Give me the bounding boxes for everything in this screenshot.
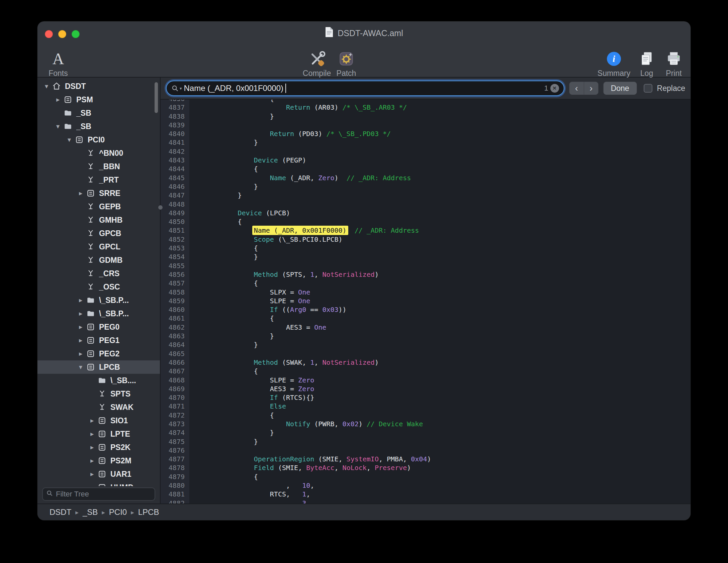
code-line[interactable]: 4878 Field (SMIE, ByteAcc, NoLock, Prese… bbox=[161, 463, 691, 472]
disclosure-triangle-icon[interactable]: ▸ bbox=[87, 417, 97, 424]
tree-item-gpcb[interactable]: GPCB bbox=[37, 227, 160, 240]
tree-item-ps2k[interactable]: ▸PS2K bbox=[37, 441, 160, 454]
tree-item-srre[interactable]: ▸SRRE bbox=[37, 187, 160, 200]
code-line[interactable]: 4846 } bbox=[161, 182, 691, 191]
code-line[interactable]: 4858 SLPX = One bbox=[161, 288, 691, 297]
filter-tree-input[interactable]: Filter Tree bbox=[42, 487, 155, 501]
tree-item-peg2[interactable]: ▸PEG2 bbox=[37, 347, 160, 360]
disclosure-triangle-icon[interactable]: ▸ bbox=[87, 484, 97, 486]
tree-item-sb[interactable]: ▾_SB bbox=[37, 120, 160, 133]
code-line[interactable]: 4836 { bbox=[161, 100, 691, 103]
code-line[interactable]: 4850 { bbox=[161, 217, 691, 226]
tree-item-peg1[interactable]: ▸PEG1 bbox=[37, 334, 160, 347]
tree-item-osc[interactable]: _OSC bbox=[37, 280, 160, 294]
disclosure-triangle-icon[interactable]: ▾ bbox=[64, 136, 74, 143]
tree-item-sio1[interactable]: ▸SIO1 bbox=[37, 414, 160, 427]
code-line[interactable]: 4840 Return (PD03) /* \_SB_.PD03 */ bbox=[161, 129, 691, 138]
tree-item-ps2m[interactable]: ▸PS2M bbox=[37, 454, 160, 467]
code-line[interactable]: 4848 bbox=[161, 200, 691, 209]
disclosure-triangle-icon[interactable]: ▸ bbox=[87, 430, 97, 438]
code-line[interactable]: 4853 { bbox=[161, 244, 691, 252]
code-line[interactable]: 4841 } bbox=[161, 138, 691, 147]
disclosure-triangle-icon[interactable]: ▾ bbox=[53, 123, 63, 130]
code-line[interactable]: 4855 bbox=[161, 261, 691, 270]
tree-item-crs[interactable]: _CRS bbox=[37, 267, 160, 280]
code-line[interactable]: 4839 bbox=[161, 121, 691, 129]
disclosure-triangle-icon[interactable]: ▸ bbox=[76, 310, 86, 317]
code-line[interactable]: 4880 , 10, bbox=[161, 481, 691, 490]
tree-item-lpte[interactable]: ▸LPTE bbox=[37, 427, 160, 441]
tree-item-bbn[interactable]: _BBN bbox=[37, 160, 160, 173]
disclosure-triangle-icon[interactable]: ▸ bbox=[53, 96, 63, 103]
splitter-handle[interactable] bbox=[158, 205, 163, 210]
find-next-button[interactable]: › bbox=[584, 82, 599, 95]
code-line[interactable]: 4854 } bbox=[161, 252, 691, 261]
code-line[interactable]: 4845 Name (_ADR, Zero) // _ADR: Address bbox=[161, 174, 691, 182]
disclosure-triangle-icon[interactable]: ▾ bbox=[41, 83, 52, 90]
code-line[interactable]: 4842 bbox=[161, 147, 691, 156]
fonts-button[interactable]: A Fonts bbox=[38, 49, 78, 78]
code-line[interactable]: 4860 If ((Arg0 == 0x03)) bbox=[161, 305, 691, 314]
breadcrumb-item[interactable]: LPCB bbox=[138, 508, 159, 517]
code-line[interactable]: 4857 { bbox=[161, 279, 691, 288]
code-line[interactable]: 4879 { bbox=[161, 472, 691, 481]
disclosure-triangle-icon[interactable]: ▸ bbox=[87, 444, 97, 451]
code-line[interactable]: 4847 } bbox=[161, 191, 691, 200]
code-line[interactable]: 4876 bbox=[161, 446, 691, 455]
breadcrumb-item[interactable]: DSDT bbox=[50, 508, 71, 517]
done-button[interactable]: Done bbox=[603, 82, 637, 95]
disclosure-triangle-icon[interactable]: ▸ bbox=[87, 457, 97, 464]
disclosure-triangle-icon[interactable]: ▸ bbox=[76, 190, 86, 197]
code-line[interactable]: 4874 } bbox=[161, 428, 691, 437]
code-line[interactable]: 4881 RTCS, 1, bbox=[161, 490, 691, 498]
code-line[interactable]: 4868 SLPE = Zero bbox=[161, 376, 691, 384]
code-line[interactable]: 4869 AES3 = Zero bbox=[161, 384, 691, 393]
tree-item-psm[interactable]: ▸PSM bbox=[37, 93, 160, 106]
tree-item-gmhb[interactable]: GMHB bbox=[37, 213, 160, 227]
code-line[interactable]: 4856 Method (SPTS, 1, NotSerialized) bbox=[161, 270, 691, 279]
tree-item-humd[interactable]: ▸HUMD bbox=[37, 481, 160, 486]
tree-item-sb[interactable]: \_SB.... bbox=[37, 374, 160, 387]
tree-item-gpcl[interactable]: GPCL bbox=[37, 240, 160, 253]
code-line[interactable]: 4863 } bbox=[161, 332, 691, 340]
disclosure-triangle-icon[interactable]: ▸ bbox=[76, 337, 86, 344]
tree-item-pci0[interactable]: ▾PCI0 bbox=[37, 133, 160, 146]
print-button[interactable]: Print bbox=[657, 49, 691, 78]
code-line[interactable]: 4859 SLPE = One bbox=[161, 297, 691, 305]
tree-item-peg0[interactable]: ▸PEG0 bbox=[37, 320, 160, 334]
summary-button[interactable]: i Summary bbox=[592, 49, 636, 78]
tree-item-bn00[interactable]: ^BN00 bbox=[37, 146, 160, 160]
code-line[interactable]: 4866 Method (SWAK, 1, NotSerialized) bbox=[161, 358, 691, 367]
tree-item-sbp[interactable]: ▸\_SB.P... bbox=[37, 294, 160, 307]
code-line[interactable]: 4877 OperationRegion (SMIE, SystemIO, PM… bbox=[161, 455, 691, 463]
breadcrumb-item[interactable]: PCI0 bbox=[109, 508, 127, 517]
code-line[interactable]: 4870 If (RTCS){} bbox=[161, 393, 691, 402]
tree-item-swak[interactable]: SWAK bbox=[37, 401, 160, 414]
disclosure-triangle-icon[interactable]: ▸ bbox=[76, 297, 86, 304]
code-line[interactable]: 4852 Scope (\_SB.PCI0.LPCB) bbox=[161, 235, 691, 244]
code-line[interactable]: 4864 } bbox=[161, 340, 691, 349]
code-line[interactable]: 4861 { bbox=[161, 314, 691, 323]
log-button[interactable]: Log bbox=[633, 49, 660, 78]
patch-button[interactable]: Patch bbox=[329, 49, 364, 78]
code-line[interactable]: 4862 AES3 = One bbox=[161, 323, 691, 332]
code-line[interactable]: 4843 Device (PEGP) bbox=[161, 156, 691, 164]
disclosure-triangle-icon[interactable]: ▸ bbox=[76, 323, 86, 331]
code-line[interactable]: 4849 Device (LPCB) bbox=[161, 209, 691, 217]
tree-item-lpcb[interactable]: ▾LPCB bbox=[37, 360, 160, 374]
code-line[interactable]: 4867 { bbox=[161, 367, 691, 375]
disclosure-triangle-icon[interactable]: ▾ bbox=[76, 363, 86, 371]
tree-item-prt[interactable]: _PRT bbox=[37, 173, 160, 187]
code-line[interactable]: 4871 Else bbox=[161, 402, 691, 411]
tree-item-sbp[interactable]: ▸\_SB.P... bbox=[37, 307, 160, 320]
clear-search-button[interactable]: ✕ bbox=[550, 84, 559, 93]
code-line[interactable]: 4872 { bbox=[161, 411, 691, 420]
sidebar-scrollbar[interactable] bbox=[155, 82, 158, 113]
breadcrumb-item[interactable]: _SB bbox=[83, 508, 98, 517]
disclosure-triangle-icon[interactable]: ▸ bbox=[76, 350, 86, 357]
replace-checkbox[interactable] bbox=[644, 84, 652, 93]
find-input[interactable]: ▾ Name (_ADR, 0x001F0000) 1 ✕ bbox=[166, 81, 564, 96]
code-line[interactable]: 4838 } bbox=[161, 112, 691, 121]
code-editor[interactable]: 4836 {4837 Return (AR03) /* \_SB_.AR03 *… bbox=[161, 100, 691, 503]
code-line[interactable]: 4844 { bbox=[161, 164, 691, 173]
